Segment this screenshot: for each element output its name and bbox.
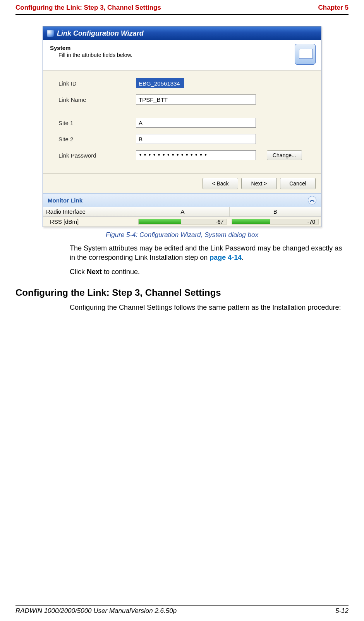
- page-footer: RADWIN 1000/2000/5000 User ManualVersion…: [15, 605, 349, 615]
- rss-b-value: -70: [307, 219, 315, 224]
- monitor-link-bar[interactable]: Monitor Link ︽: [43, 193, 321, 207]
- rss-a-track: -67: [138, 219, 227, 225]
- cancel-button[interactable]: Cancel: [280, 178, 316, 189]
- page-content: Link Configuration Wizard System Fill in…: [0, 15, 364, 276]
- input-site1[interactable]: [136, 118, 256, 128]
- p2-b: to continue.: [102, 268, 140, 276]
- figure-caption: Figure 5-4: Configuration Wizard, System…: [15, 231, 349, 239]
- page-header: Configuring the Link: Step 3, Channel Se…: [0, 0, 364, 14]
- rss-label: RSS [dBm]: [43, 217, 136, 227]
- back-button[interactable]: < Back: [203, 178, 238, 189]
- rss-a-cell: -67: [136, 217, 229, 227]
- input-link-name[interactable]: [136, 94, 256, 105]
- wizard-section-sub: Fill in the attribute fields below.: [58, 52, 132, 58]
- col-header-radio-interface: Radio Interface: [43, 207, 136, 217]
- rss-b-cell: -70: [229, 217, 321, 227]
- titlebar-icon: [47, 30, 54, 37]
- rss-b-fill: [232, 219, 270, 224]
- col-header-a: A: [136, 207, 229, 217]
- wizard-section-title: System: [50, 45, 132, 51]
- wizard-form: Link ID Link Name Site 1 Site 2 Link Pas…: [43, 70, 321, 173]
- header-right: Chapter 5: [318, 4, 349, 12]
- wizard-header-text: System Fill in the attribute fields belo…: [50, 44, 132, 58]
- footer-row: RADWIN 1000/2000/5000 User ManualVersion…: [15, 607, 349, 615]
- next-button[interactable]: Next >: [241, 178, 277, 189]
- rss-b-track: -70: [232, 219, 319, 225]
- col-header-b: B: [229, 207, 321, 217]
- table-row: RSS [dBm] -67 -70: [43, 217, 321, 227]
- rss-a-value: -67: [216, 219, 223, 224]
- body-paragraph-3: Configuring the Channel Settings follows…: [70, 303, 349, 312]
- input-link-password[interactable]: [136, 150, 256, 160]
- row-site2: Site 2: [58, 134, 306, 144]
- label-link-id: Link ID: [58, 80, 136, 87]
- footer-rule: [15, 605, 349, 606]
- monitor-link-label: Monitor Link: [48, 197, 82, 204]
- label-link-password: Link Password: [58, 152, 136, 159]
- change-button[interactable]: Change...: [267, 150, 302, 160]
- chevron-up-icon[interactable]: ︽: [308, 196, 316, 204]
- row-link-id: Link ID: [58, 78, 306, 88]
- header-left: Configuring the Link: Step 3, Channel Se…: [15, 4, 161, 12]
- row-site1: Site 1: [58, 118, 306, 128]
- label-link-name: Link Name: [58, 96, 136, 103]
- label-site2: Site 2: [58, 136, 136, 142]
- wizard-title: Link Configuration Wizard: [57, 29, 144, 38]
- p1-a: The System attributes may be edited and …: [70, 244, 342, 261]
- wizard-window: Link Configuration Wizard System Fill in…: [43, 26, 321, 227]
- footer-right: 5-12: [335, 607, 349, 615]
- footer-left: RADWIN 1000/2000/5000 User ManualVersion…: [15, 607, 177, 615]
- wizard-titlebar: Link Configuration Wizard: [43, 27, 321, 40]
- input-link-id[interactable]: [136, 78, 184, 88]
- section-heading: Configuring the Link: Step 3, Channel Se…: [0, 287, 364, 298]
- row-link-password: Link Password Change...: [58, 150, 306, 160]
- p2-a: Click: [70, 268, 87, 276]
- input-site2[interactable]: [136, 134, 256, 144]
- p1-b: .: [242, 254, 244, 261]
- p2-bold: Next: [87, 268, 102, 276]
- label-site1: Site 1: [58, 120, 136, 126]
- wizard-footer: < Back Next > Cancel: [43, 173, 321, 193]
- rss-a-fill: [139, 219, 181, 224]
- body-paragraph-1: The System attributes may be edited and …: [70, 244, 349, 262]
- radio-interface-table: Radio Interface A B RSS [dBm] -67: [43, 207, 321, 227]
- body-paragraph-2: Click Next to continue.: [70, 267, 349, 276]
- page-link[interactable]: page 4-14: [209, 254, 242, 261]
- row-link-name: Link Name: [58, 94, 306, 105]
- monitor-icon: [295, 44, 316, 65]
- wizard-header: System Fill in the attribute fields belo…: [43, 40, 321, 70]
